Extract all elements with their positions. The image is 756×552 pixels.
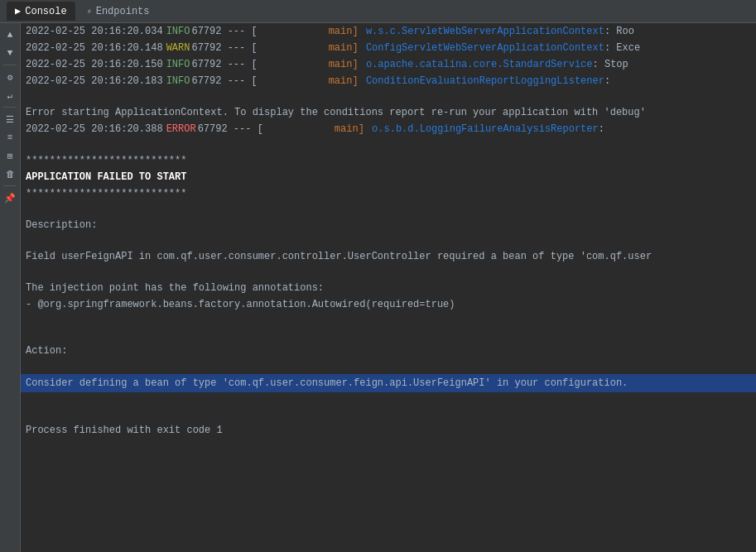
stars-top: *************************** — [21, 152, 756, 169]
logger[interactable]: ConfigServletWebServerApplicationContext — [366, 41, 604, 55]
injection-text: The injection point has the following an… — [21, 280, 756, 296]
pid: 67792 --- [ — [191, 57, 257, 72]
timestamp: 2022-02-25 20:16:20.150 — [26, 57, 163, 72]
log-line: 2022-02-25 20:16:20.148 WARN 67792 --- [… — [21, 40, 756, 56]
thread: main] — [259, 24, 359, 39]
error-starting-line: Error starting ApplicationContext. To di… — [21, 104, 756, 121]
action-label: Action: — [21, 343, 756, 359]
stars-bottom: *************************** — [21, 185, 756, 202]
thread: main] — [259, 74, 359, 89]
main-area: ▲ ▼ ⚙ ↵ ☰ ≡ ⊞ 🗑 📌 2022-02-25 20:16:20.03… — [0, 23, 756, 552]
empty-line — [21, 407, 756, 422]
spacer — [366, 122, 372, 137]
timestamp: 2022-02-25 20:16:20.034 — [26, 24, 163, 39]
colon: : Roo — [604, 24, 634, 39]
tab-endpoints[interactable]: ⚡ Endpoints — [79, 2, 158, 21]
thread: main] — [259, 57, 359, 72]
pid: 67792 --- [ — [198, 122, 263, 137]
thread: main] — [265, 122, 364, 137]
scroll-up-button[interactable]: ▲ — [2, 26, 18, 43]
tab-bar: ▶ Console ⚡ Endpoints — [0, 0, 756, 23]
console-icon: ▶ — [15, 5, 21, 17]
spacer — [360, 41, 366, 55]
settings-button[interactable]: ⚙ — [2, 69, 18, 85]
annotation-text: - @org.springframework.beans.factory.ann… — [21, 296, 756, 313]
level-badge: INFO — [166, 74, 190, 89]
level-badge: ERROR — [166, 122, 196, 137]
empty-line — [21, 313, 756, 328]
pin-button[interactable]: 📌 — [2, 190, 18, 206]
empty-line — [21, 137, 756, 152]
level-badge: INFO — [166, 24, 190, 39]
pid: 67792 --- [ — [191, 41, 257, 55]
spacer — [360, 57, 366, 72]
tab-console[interactable]: ▶ Console — [7, 2, 75, 21]
timestamp: 2022-02-25 20:16:20.183 — [26, 74, 163, 89]
console-output[interactable]: 2022-02-25 20:16:20.034 INFO 67792 --- [… — [21, 23, 756, 552]
endpoints-tab-label: Endpoints — [96, 6, 150, 17]
soft-wrap-button[interactable]: ≡ — [2, 129, 18, 146]
description-label: Description: — [21, 217, 756, 233]
app-failed-label: APPLICATION FAILED TO START — [21, 169, 756, 185]
toolbar-divider-2 — [3, 107, 17, 108]
log-line: 2022-02-25 20:16:20.150 INFO 67792 --- [… — [21, 56, 756, 73]
colon: : Exce — [604, 41, 640, 55]
clear-button[interactable]: 🗑 — [2, 166, 18, 182]
level-badge: WARN — [166, 41, 190, 55]
error-text: Error starting ApplicationContext. To di… — [26, 105, 646, 120]
highlighted-suggestion[interactable]: Consider defining a bean of type 'com.qf… — [21, 374, 756, 392]
field-text: Field userFeignAPI in com.qf.user.consum… — [21, 248, 756, 265]
bottom-padding — [21, 439, 756, 472]
autoscroll-button[interactable]: ⊞ — [2, 147, 18, 164]
pid: 67792 --- [ — [191, 24, 257, 39]
logger[interactable]: ConditionEvaluationReportLoggingListener — [366, 74, 604, 89]
wrap-button[interactable]: ↵ — [2, 87, 18, 103]
empty-line — [21, 89, 756, 104]
left-toolbar: ▲ ▼ ⚙ ↵ ☰ ≡ ⊞ 🗑 📌 — [0, 23, 21, 552]
level-badge: INFO — [166, 57, 190, 72]
timestamp: 2022-02-25 20:16:20.148 — [26, 41, 163, 55]
empty-line — [21, 202, 756, 217]
suggestion-text: Consider defining a bean of type 'com.qf… — [21, 374, 756, 392]
colon: : — [604, 74, 610, 89]
process-finished-line: Process finished with exit code 1 — [21, 422, 756, 439]
colon: : — [599, 122, 604, 137]
timestamp: 2022-02-25 20:16:20.388 — [26, 122, 163, 137]
empty-line — [21, 392, 756, 407]
spacer — [360, 24, 366, 39]
logger[interactable]: o.apache.catalina.core.StandardService — [366, 57, 593, 72]
logger[interactable]: w.s.c.ServletWebServerApplicationContext — [366, 24, 604, 39]
colon: : Stop — [593, 57, 628, 72]
empty-line — [21, 265, 756, 280]
pid: 67792 --- [ — [191, 74, 257, 89]
toolbar-divider-1 — [3, 65, 17, 65]
toolbar-divider-3 — [3, 185, 17, 186]
endpoints-icon: ⚡ — [87, 7, 92, 17]
empty-line — [21, 328, 756, 343]
log-line: 2022-02-25 20:16:20.034 INFO 67792 --- [… — [21, 23, 756, 40]
spacer — [360, 74, 366, 89]
scroll-down-button[interactable]: ▼ — [2, 45, 18, 61]
console-tab-label: Console — [25, 6, 66, 17]
filter-button[interactable]: ☰ — [2, 111, 18, 127]
log-line-error: 2022-02-25 20:16:20.388 ERROR 67792 --- … — [21, 121, 756, 137]
empty-line — [21, 233, 756, 248]
logger[interactable]: o.s.b.d.LoggingFailureAnalysisReporter — [372, 122, 599, 137]
thread: main] — [259, 41, 359, 55]
empty-line — [21, 359, 756, 374]
log-line: 2022-02-25 20:16:20.183 INFO 67792 --- [… — [21, 73, 756, 89]
